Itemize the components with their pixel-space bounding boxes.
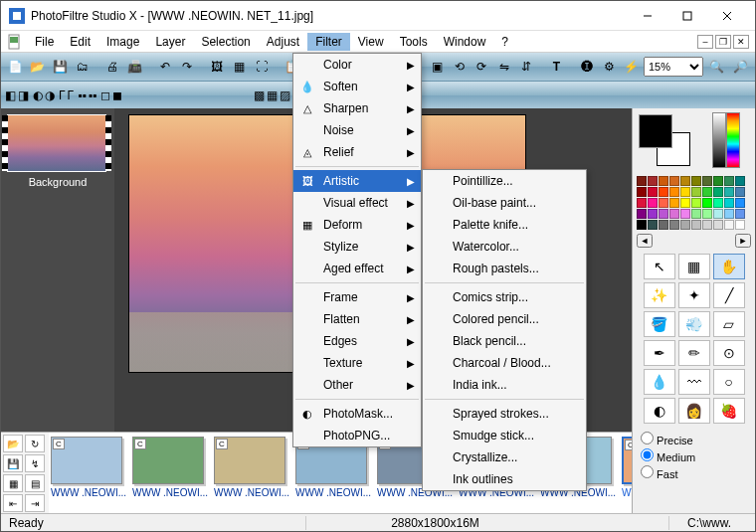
filter-menu-flatten[interactable]: Flatten▶ (293, 308, 421, 330)
palette-swatch[interactable] (702, 209, 712, 219)
mdi-restore-button[interactable]: ❐ (715, 35, 731, 49)
palette-swatch[interactable] (735, 176, 745, 186)
text-button[interactable]: T (546, 56, 567, 78)
menu-image[interactable]: Image (98, 33, 147, 51)
tool-spray[interactable]: 💨 (678, 311, 710, 337)
artistic-watercolor[interactable]: Watercolor... (423, 236, 586, 258)
palette-prev-button[interactable]: ◄ (637, 234, 653, 248)
palette-swatch[interactable] (735, 209, 745, 219)
palette-swatch[interactable] (713, 220, 723, 230)
filter-menu-photopng[interactable]: PhotoPNG... (293, 425, 421, 446)
filter-menu-deform[interactable]: ▦Deform▶ (293, 214, 421, 236)
thumb-ctrl-8[interactable]: ⇥ (25, 494, 45, 512)
filter-menu-frame[interactable]: Frame▶ (293, 286, 421, 308)
minimize-button[interactable] (628, 2, 667, 30)
mdi-minimize-button[interactable]: – (697, 35, 713, 49)
palette-swatch[interactable] (648, 220, 658, 230)
palette-swatch[interactable] (680, 220, 690, 230)
tool-wand-b[interactable]: ✦ (678, 282, 710, 308)
save-button[interactable]: 💾 (50, 56, 71, 78)
artistic-crystallize[interactable]: Crystallize... (423, 446, 586, 468)
close-button[interactable] (707, 2, 747, 30)
zoom-out-button[interactable]: 🔎 (729, 56, 751, 78)
thumb-ctrl-3[interactable]: 💾 (3, 454, 23, 472)
artistic-paletteknife[interactable]: Palette knife... (423, 214, 586, 236)
foreground-color-swatch[interactable] (639, 114, 672, 148)
filter-menu-relief[interactable]: ◬Relief▶ (293, 141, 421, 163)
artistic-roughpastels[interactable]: Rough pastels... (423, 258, 586, 279)
menu-filter[interactable]: Filter (307, 33, 350, 51)
tool-hand[interactable]: ✋ (713, 254, 745, 279)
tool-crayon[interactable]: ✏ (678, 340, 710, 366)
layers-button[interactable]: ▦ (229, 56, 250, 78)
menu-window[interactable]: Window (436, 33, 494, 51)
tool-stamp[interactable]: ⊙ (713, 340, 745, 366)
tool-eraser[interactable]: ▱ (713, 311, 745, 337)
palette-swatch[interactable] (648, 187, 658, 197)
filter-menu-other[interactable]: Other▶ (293, 374, 421, 396)
rainbow-picker[interactable] (726, 112, 740, 168)
palette-swatch[interactable] (735, 187, 745, 197)
artistic-oilbasepaint[interactable]: Oil-base paint... (423, 192, 586, 214)
palette-swatch[interactable] (637, 187, 647, 197)
filter-menu-edges[interactable]: Edges▶ (293, 330, 421, 352)
levels-btn-1[interactable]: ▪▪ (78, 89, 87, 102)
palette-swatch[interactable] (724, 209, 734, 219)
palette-next-button[interactable]: ► (735, 234, 751, 248)
palette-swatch[interactable] (702, 176, 712, 186)
gamma-btn-1[interactable]: Γ (59, 89, 66, 102)
thumbnail-item[interactable]: WWW .NEOWI... (132, 437, 208, 498)
tool-bucket[interactable]: 🪣 (644, 311, 675, 337)
filter-menu-artistic[interactable]: 🖼Artistic▶ (293, 170, 421, 192)
palette-swatch[interactable] (691, 187, 701, 197)
artistic-coloredpencil[interactable]: Colored pencil... (423, 308, 586, 330)
filter-menu-agedeffect[interactable]: Aged effect▶ (293, 258, 421, 279)
maximize-button[interactable] (667, 2, 707, 30)
palette-swatch[interactable] (637, 198, 647, 208)
palette-swatch[interactable] (680, 187, 690, 197)
scan-button[interactable]: 📠 (124, 56, 145, 78)
levels-btn-2[interactable]: ▪▪ (89, 89, 97, 102)
dither-btn-2[interactable]: ▦ (267, 89, 278, 102)
tool-line[interactable]: ╱ (713, 282, 745, 308)
palette-swatch[interactable] (669, 209, 679, 219)
palette-swatch[interactable] (659, 198, 668, 208)
palette-swatch[interactable] (648, 176, 658, 186)
tool-dodge[interactable]: ◐ (644, 398, 675, 424)
open-button[interactable]: 📂 (28, 56, 49, 78)
palette-swatch[interactable] (713, 198, 723, 208)
tool-portrait[interactable]: 👩 (678, 398, 710, 424)
filter-btn-4[interactable]: ◑ (45, 89, 55, 102)
palette-swatch[interactable] (691, 220, 701, 230)
thumbnail-item[interactable]: WWW .NEOWI... (622, 437, 632, 498)
menu-tools[interactable]: Tools (392, 33, 436, 51)
palette-swatch[interactable] (680, 176, 690, 186)
menu-?[interactable]: ? (493, 33, 516, 51)
palette-swatch[interactable] (659, 209, 668, 219)
color-fg-bg[interactable] (637, 112, 692, 168)
palette-swatch[interactable] (702, 198, 712, 208)
info-button[interactable]: 🅘 (576, 56, 597, 78)
filter-menu-sharpen[interactable]: △Sharpen▶ (293, 97, 421, 119)
thumb-ctrl-4[interactable]: ↯ (25, 454, 45, 472)
filter-menu-texture[interactable]: Texture▶ (293, 352, 421, 374)
select-all-button[interactable]: ▣ (427, 56, 448, 78)
artistic-charcoalblood[interactable]: Charcoal / Blood... (423, 352, 586, 374)
palette-swatch[interactable] (724, 220, 734, 230)
menu-selection[interactable]: Selection (193, 33, 258, 51)
palette-swatch[interactable] (669, 198, 679, 208)
gray-btn[interactable]: ◻ (100, 89, 110, 102)
thumb-ctrl-1[interactable]: 📂 (3, 435, 23, 452)
gamma-btn-2[interactable]: Γ (68, 89, 75, 102)
flip-v-button[interactable]: ⇵ (516, 56, 537, 78)
artistic-smudgestick[interactable]: Smudge stick... (423, 425, 586, 446)
artistic-inkoutlines[interactable]: Ink outlines (423, 468, 586, 490)
brush-mode-fast[interactable]: Fast (641, 465, 751, 480)
artistic-pointillize[interactable]: Pointillize... (423, 170, 586, 192)
automate-button[interactable]: ⚡ (621, 56, 642, 78)
thumb-ctrl-6[interactable]: ▤ (25, 474, 45, 492)
tool-grid[interactable]: ▦ (678, 254, 710, 279)
rotate-right-button[interactable]: ⟳ (472, 56, 492, 78)
palette-swatch[interactable] (637, 209, 647, 219)
thumb-ctrl-2[interactable]: ↻ (25, 435, 45, 452)
